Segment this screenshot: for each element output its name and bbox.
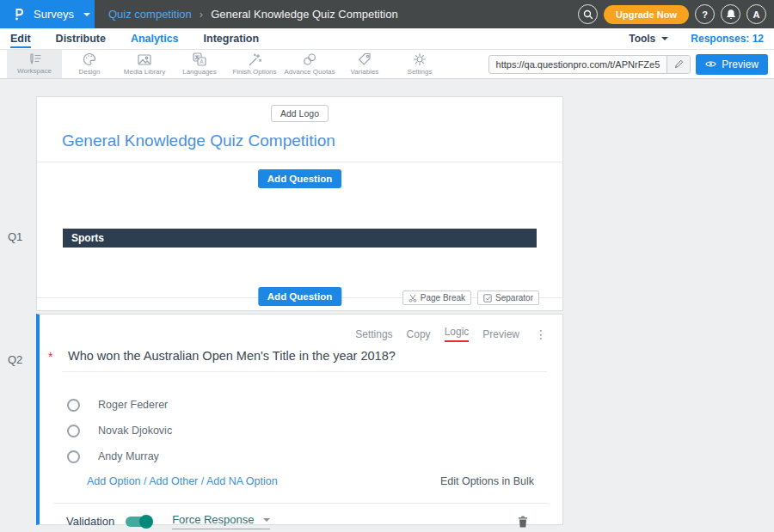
more-options-icon[interactable]: ⋮ — [535, 327, 547, 341]
divider — [37, 162, 562, 162]
chevron-down-icon — [661, 37, 668, 40]
help-button[interactable]: ? — [695, 4, 715, 24]
toolbar-item-settings[interactable]: Settings — [392, 50, 447, 78]
palette-icon — [83, 52, 96, 66]
tabbar-right: Tools Responses: 12 — [629, 33, 764, 45]
questionpro-logo-icon — [13, 8, 26, 21]
survey-title[interactable]: General Knowledge Quiz Competition — [62, 131, 562, 150]
edit-options-bulk-link[interactable]: Edit Options in Bulk — [440, 475, 534, 487]
gear-icon — [413, 52, 427, 66]
option-row: Roger Federer — [67, 398, 562, 412]
tools-dropdown[interactable]: Tools — [629, 33, 668, 45]
add-logo-button[interactable]: Add Logo — [271, 105, 329, 122]
toolbar-right: https://qa.questionpro.com/t/APNrFZe5 Pr… — [488, 50, 774, 78]
question-logic-link[interactable]: Logic — [445, 326, 470, 342]
radio-button[interactable] — [67, 450, 80, 463]
validation-toggle[interactable] — [126, 517, 151, 527]
add-option-link[interactable]: Add Option — [87, 475, 141, 487]
chain-links-icon — [303, 52, 316, 66]
question-number-q2: Q2 — [8, 353, 22, 366]
survey-editor-canvas: Q1 Q2 Add Logo General Knowledge Quiz Co… — [0, 79, 774, 532]
divider — [53, 503, 549, 504]
option-row: Novak Djokovic — [67, 424, 562, 437]
required-asterisk: * — [48, 350, 52, 364]
surveys-menu[interactable]: Surveys — [0, 0, 95, 28]
upgrade-now-button[interactable]: Upgrade Now — [604, 5, 689, 24]
add-na-option-link[interactable]: Add NA Option — [206, 475, 278, 487]
add-question-row: Add Question — [37, 169, 562, 188]
separator-button[interactable]: Separator — [477, 290, 539, 305]
add-question-button-bottom[interactable]: Add Question — [258, 287, 341, 306]
option-label[interactable]: Andy Murray — [98, 450, 159, 462]
section-tools: Page Break Separator — [402, 290, 539, 305]
toolbar-item-variables[interactable]: Variables — [337, 50, 392, 78]
search-button[interactable] — [578, 4, 598, 24]
toolbar-item-media-library[interactable]: Media Library — [117, 50, 172, 78]
chevron-down-icon — [263, 518, 270, 522]
preview-button[interactable]: Preview — [696, 54, 768, 75]
question-preview-link[interactable]: Preview — [482, 328, 519, 340]
radio-button[interactable] — [67, 425, 80, 437]
avatar-letter: A — [753, 9, 760, 20]
question-copy-link[interactable]: Copy — [407, 328, 431, 340]
q1-section-header[interactable]: Sports — [63, 229, 537, 248]
question-text[interactable]: Who won the Australian Open Men's Title … — [68, 349, 396, 363]
add-question-button-top[interactable]: Add Question — [258, 169, 341, 188]
option-label[interactable]: Roger Federer — [98, 399, 168, 411]
add-logo-row: Add Logo — [37, 97, 562, 122]
trash-icon — [518, 516, 528, 528]
survey-header-card: Add Logo General Knowledge Quiz Competit… — [36, 96, 563, 311]
add-other-link[interactable]: Add Other — [149, 475, 198, 487]
card1-bottom-row: Add Question Page Break Separator — [37, 267, 562, 310]
bell-icon — [726, 9, 736, 20]
account-avatar[interactable]: A — [746, 4, 766, 24]
notifications-button[interactable] — [721, 4, 740, 24]
question-mark-icon: ? — [702, 9, 708, 20]
radio-button[interactable] — [67, 399, 80, 412]
tab-edit[interactable]: Edit — [10, 30, 31, 48]
svg-text:A: A — [200, 58, 204, 64]
tab-integration[interactable]: Integration — [204, 30, 260, 48]
question-menu: Settings Copy Logic Preview ⋮ — [40, 315, 562, 342]
breadcrumb-parent[interactable]: Quiz competition — [108, 8, 192, 21]
option-links-row: Add Option / Add Other / Add NA Option E… — [87, 475, 534, 487]
toolbar-item-workspace[interactable]: Workspace — [7, 50, 62, 78]
scissors-icon — [408, 294, 417, 303]
breadcrumb-current: General Knowledge Quiz Competition — [211, 8, 398, 21]
page-break-button[interactable]: Page Break — [402, 290, 471, 305]
validation-row: Validation Force Response — [66, 513, 528, 529]
responses-count[interactable]: Responses: 12 — [691, 33, 764, 45]
validation-label: Validation — [66, 515, 114, 528]
breadcrumb: Quiz competition › General Knowledge Qui… — [108, 8, 398, 21]
question-text-row: * Who won the Australian Open Men's Titl… — [62, 349, 547, 372]
checkbox-icon — [483, 294, 492, 303]
breadcrumb-separator-icon: › — [200, 8, 203, 21]
magic-wand-icon — [248, 53, 261, 66]
survey-nav-tabs: Edit Distribute Analytics Integration To… — [0, 28, 774, 50]
answer-options: Roger Federer Novak Djokovic Andy Murray — [40, 398, 562, 463]
chevron-down-icon — [83, 13, 90, 16]
question-number-q1: Q1 — [8, 230, 22, 243]
workspace-icon — [27, 53, 42, 65]
question-settings-link[interactable]: Settings — [355, 328, 392, 340]
toolbar-item-design[interactable]: Design — [62, 50, 117, 78]
delete-question-button[interactable] — [518, 516, 528, 528]
question-card-q2: Settings Copy Logic Preview ⋮ * Who won … — [36, 314, 563, 525]
toolbar-item-languages[interactable]: A Languages — [172, 50, 227, 78]
eye-icon — [705, 60, 716, 68]
tab-analytics[interactable]: Analytics — [131, 30, 179, 48]
edit-url-button[interactable] — [666, 56, 690, 73]
editor-toolbar: Workspace Design Media Library A Languag… — [0, 50, 774, 79]
topbar-actions: Upgrade Now ? A — [578, 4, 774, 24]
option-row: Andy Murray — [67, 449, 562, 463]
survey-url-input[interactable]: https://qa.questionpro.com/t/APNrFZe5 — [489, 59, 667, 70]
option-label[interactable]: Novak Djokovic — [98, 425, 172, 437]
top-navbar: Surveys Quiz competition › General Knowl… — [0, 0, 774, 28]
product-name: Surveys — [34, 8, 74, 21]
toolbar-item-advance-quotas[interactable]: Advance Quotas — [282, 50, 337, 78]
search-icon — [583, 9, 593, 20]
validation-type-dropdown[interactable]: Force Response — [172, 513, 269, 529]
add-option-links: Add Option / Add Other / Add NA Option — [87, 475, 278, 487]
toolbar-item-finish-options[interactable]: Finish Options — [227, 50, 282, 78]
tab-distribute[interactable]: Distribute — [56, 30, 106, 48]
